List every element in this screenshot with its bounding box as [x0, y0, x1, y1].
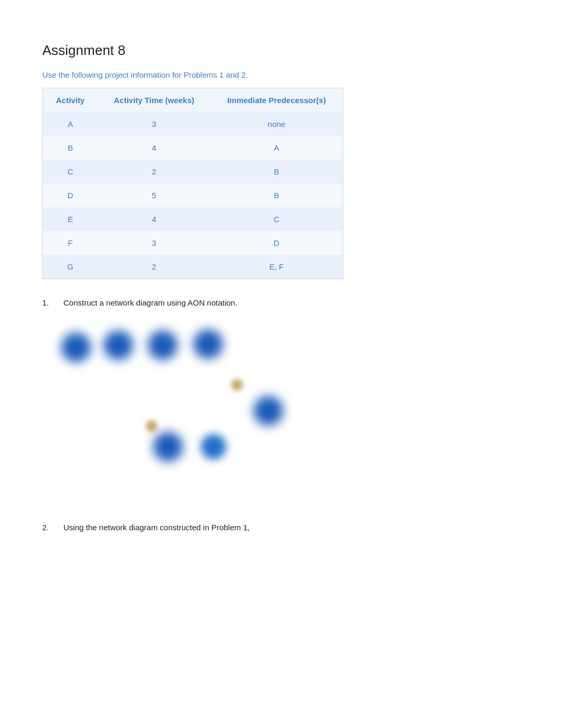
table-row: G2E, F	[43, 255, 343, 279]
table-cell-3-2: B	[210, 183, 343, 207]
table-cell-4-2: C	[210, 207, 343, 231]
node-top-1	[61, 333, 91, 362]
node-top-3	[148, 330, 177, 360]
table-row: D5B	[43, 183, 343, 207]
table-cell-3-0: D	[43, 183, 98, 207]
table-row: B4A	[43, 136, 343, 160]
question-2-text: Using the network diagram constructed in…	[63, 523, 250, 532]
table-cell-1-1: 4	[98, 136, 210, 160]
question-1-text: Construct a network diagram using AON no…	[63, 298, 237, 307]
node-top-2	[104, 330, 133, 360]
col-header-predecessor: Immediate Predecessor(s)	[210, 88, 343, 113]
table-row: C2B	[43, 160, 343, 183]
table-cell-2-1: 2	[98, 160, 210, 183]
node-tan-2	[146, 420, 157, 432]
table-cell-2-0: C	[43, 160, 98, 183]
aon-diagram	[42, 317, 359, 481]
table-cell-5-0: F	[43, 231, 98, 255]
page-title: Assignment 8	[42, 42, 519, 59]
table-row: F3D	[43, 231, 343, 255]
table-cell-6-0: G	[43, 255, 98, 279]
table-row: A3none	[43, 112, 343, 136]
table-cell-5-2: D	[210, 231, 343, 255]
table-cell-4-1: 4	[98, 207, 210, 231]
question-2-number: 2.	[42, 523, 63, 532]
question-1: 1. Construct a network diagram using AON…	[42, 298, 519, 307]
table-cell-4-0: E	[43, 207, 98, 231]
node-bottom-1	[153, 432, 183, 462]
table-cell-0-1: 3	[98, 112, 210, 136]
table-cell-6-1: 2	[98, 255, 210, 279]
node-bottom-2	[201, 434, 226, 459]
col-header-time: Activity Time (weeks)	[98, 88, 210, 113]
table-cell-5-1: 3	[98, 231, 210, 255]
table-cell-1-2: A	[210, 136, 343, 160]
activity-table: Activity Activity Time (weeks) Immediate…	[42, 88, 343, 279]
question-1-number: 1.	[42, 298, 63, 307]
table-cell-0-0: A	[43, 112, 98, 136]
table-cell-2-2: B	[210, 160, 343, 183]
table-cell-3-1: 5	[98, 183, 210, 207]
node-top-4	[193, 329, 223, 359]
table-row: E4C	[43, 207, 343, 231]
questions-section: 1. Construct a network diagram using AON…	[42, 298, 519, 532]
table-cell-6-2: E, F	[210, 255, 343, 279]
node-right	[254, 396, 283, 426]
table-cell-1-0: B	[43, 136, 98, 160]
col-header-activity: Activity	[43, 88, 98, 113]
question-2: 2. Using the network diagram constructed…	[42, 523, 519, 532]
table-cell-0-2: none	[210, 112, 343, 136]
node-tan-1	[231, 379, 243, 391]
instruction-text: Use the following project information fo…	[42, 70, 519, 79]
